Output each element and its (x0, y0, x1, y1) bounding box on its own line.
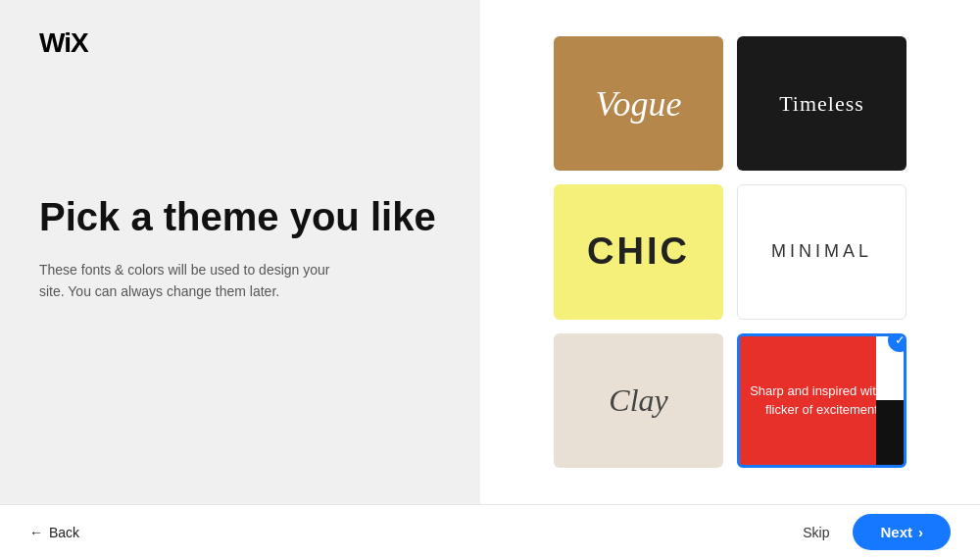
color-strips (876, 336, 904, 465)
theme-label-clay: Clay (609, 382, 667, 419)
theme-card-vogue[interactable]: Vogue (554, 36, 723, 171)
next-button[interactable]: Next › (853, 514, 951, 550)
page-description: These fonts & colors will be used to des… (39, 259, 353, 303)
footer-right: Skip Next › (803, 514, 951, 550)
svg-text:WiX: WiX (39, 30, 89, 54)
next-label: Next (880, 524, 912, 540)
selected-check-icon: ✓ (888, 333, 906, 352)
themes-grid: Vogue Timeless CHIC MINIMAL Clay ✓ Sharp… (554, 36, 906, 468)
theme-label-minimal: MINIMAL (771, 241, 872, 262)
footer: ← Back Skip Next › (0, 504, 980, 559)
next-arrow-icon: › (918, 524, 923, 540)
back-button[interactable]: ← Back (29, 525, 79, 540)
theme-card-minimal[interactable]: MINIMAL (737, 184, 906, 319)
wix-logo: WiX (39, 29, 441, 61)
theme-label-vogue: Vogue (596, 83, 682, 125)
theme-card-clay[interactable]: Clay (554, 333, 723, 468)
right-panel: Vogue Timeless CHIC MINIMAL Clay ✓ Sharp… (480, 0, 980, 504)
back-label: Back (49, 525, 79, 540)
strip-black (876, 400, 904, 465)
back-arrow-icon: ← (29, 525, 43, 540)
theme-label-timeless: Timeless (779, 91, 864, 117)
theme-card-timeless[interactable]: Timeless (737, 36, 906, 171)
main-layout: WiX Pick a theme you like These fonts & … (0, 0, 980, 504)
page-title: Pick a theme you like (39, 194, 441, 239)
left-panel: WiX Pick a theme you like These fonts & … (0, 0, 480, 504)
left-content: Pick a theme you like These fonts & colo… (39, 61, 441, 475)
theme-card-bold[interactable]: ✓ Sharp and inspired with a flicker of e… (737, 333, 906, 468)
theme-label-chic: CHIC (587, 230, 690, 273)
skip-button[interactable]: Skip (803, 525, 829, 540)
theme-card-chic[interactable]: CHIC (554, 184, 723, 319)
